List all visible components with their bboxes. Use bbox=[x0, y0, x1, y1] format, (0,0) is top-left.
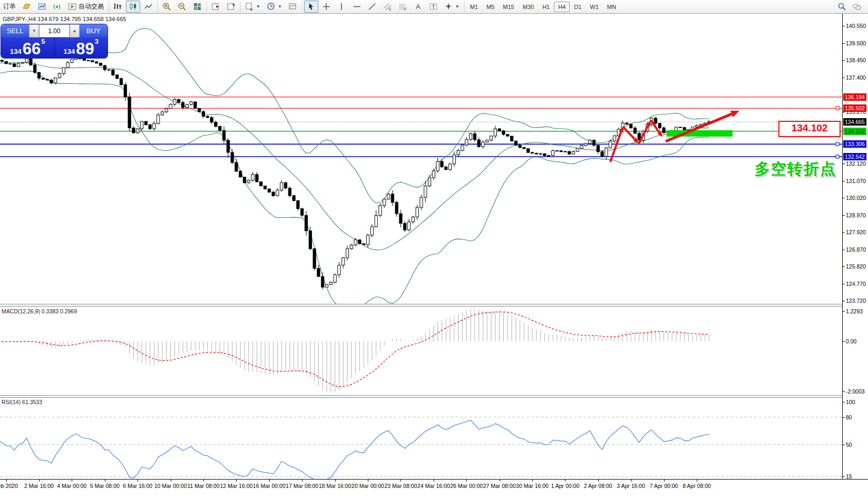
price-tick bbox=[843, 164, 845, 164]
timeframe-m1[interactable]: M1 bbox=[466, 2, 482, 12]
price-tick-label: 137.400 bbox=[846, 74, 866, 81]
macd-panel-separator[interactable] bbox=[0, 304, 842, 307]
price-axis[interactable]: 140.550139.500138.450137.400135.270132.1… bbox=[842, 14, 868, 479]
channel-button[interactable]: E bbox=[381, 1, 395, 13]
toolbar-separator bbox=[240, 2, 241, 12]
buy-button[interactable]: BUY bbox=[80, 24, 108, 37]
timeframe-m30[interactable]: M30 bbox=[519, 2, 538, 12]
time-tick bbox=[203, 480, 204, 482]
time-tick bbox=[72, 480, 72, 482]
time-tick-label: 3 Apr 16:00 bbox=[617, 483, 645, 489]
text-button[interactable]: A bbox=[411, 1, 425, 13]
timeframe-h4[interactable]: H4 bbox=[554, 2, 570, 12]
chart-properties-button[interactable] bbox=[286, 1, 300, 13]
trendline-button[interactable] bbox=[365, 1, 379, 13]
chart-canvas[interactable] bbox=[0, 14, 868, 498]
price-tick-label: 138.450 bbox=[846, 57, 866, 63]
time-tick-label: 8 Apr 08:00 bbox=[682, 483, 711, 489]
line-chart-type-button[interactable] bbox=[141, 1, 155, 13]
time-tick bbox=[105, 480, 105, 482]
cursor-icon bbox=[307, 2, 316, 11]
crosshair-button[interactable] bbox=[319, 1, 334, 13]
toolbar-separator bbox=[108, 2, 109, 12]
zoom-out-button[interactable] bbox=[175, 1, 189, 13]
price-badge: 134.102 bbox=[843, 128, 866, 135]
labelT-icon: T bbox=[429, 2, 438, 11]
new-chart-button[interactable]: ▼ bbox=[242, 1, 263, 13]
gold-chart-icon[interactable] bbox=[19, 1, 34, 13]
time-tick bbox=[368, 480, 368, 482]
rsi-panel-separator[interactable] bbox=[0, 395, 842, 398]
timeframe-w1[interactable]: W1 bbox=[586, 2, 603, 12]
cloud-icon bbox=[37, 2, 46, 11]
timeframe-d1[interactable]: D1 bbox=[570, 2, 586, 12]
chart-window[interactable]: GBPJPY-,H4 134.679 134.795 134.658 134.6… bbox=[0, 14, 868, 498]
timeframe-m15[interactable]: M15 bbox=[499, 2, 518, 12]
turning-point-annotation[interactable]: 多空转折点 bbox=[755, 159, 836, 180]
svg-text:F: F bbox=[404, 7, 406, 11]
time-tick bbox=[335, 480, 336, 482]
time-tick bbox=[6, 480, 7, 482]
price-badge: 132.542 bbox=[843, 153, 866, 160]
toolbar-separator bbox=[301, 2, 303, 12]
volume-input[interactable] bbox=[39, 24, 70, 37]
time-tick bbox=[664, 480, 665, 482]
channel-icon: E bbox=[383, 2, 392, 11]
price-tick-label: 132.120 bbox=[846, 160, 866, 167]
macd-label: MACD(12,26,9) 0.3383 0.2969 bbox=[2, 308, 77, 314]
arrows-icon bbox=[444, 2, 453, 11]
time-tick-label: 11 Mar 08:00 bbox=[187, 483, 219, 489]
time-tick-label: 2 Apr 08:00 bbox=[584, 483, 612, 489]
price-badge: 134.665 bbox=[843, 118, 866, 126]
price-tick-label: 124.770 bbox=[846, 281, 866, 287]
tile-windows-button[interactable] bbox=[190, 1, 204, 13]
arrows-button[interactable]: ▼ bbox=[442, 1, 462, 13]
chart-autoscroll-button[interactable] bbox=[224, 1, 238, 13]
zoom-in-button[interactable] bbox=[160, 1, 174, 13]
time-tick-label: 2 Mar 16:00 bbox=[24, 483, 54, 489]
time-tick bbox=[138, 480, 138, 482]
autotrade-button[interactable]: 自动交易 bbox=[65, 1, 106, 13]
key-level-price-label[interactable]: 134.102 bbox=[778, 121, 841, 137]
time-tick-label: 4 Mar 00:00 bbox=[57, 483, 86, 489]
sell-price[interactable]: 134 66 5 bbox=[1, 37, 55, 58]
timeframe-m5[interactable]: M5 bbox=[482, 2, 499, 12]
search-icon[interactable] bbox=[835, 1, 849, 13]
period-button[interactable]: ▼ bbox=[264, 1, 285, 13]
time-tick bbox=[631, 480, 631, 482]
bar-chart-type-button[interactable] bbox=[111, 1, 125, 13]
horizontal-line-button[interactable] bbox=[350, 1, 364, 13]
sell-button[interactable]: SELL bbox=[1, 24, 29, 37]
fibonacci-button[interactable]: F bbox=[396, 1, 410, 13]
time-tick-label: 18 Mar 16:00 bbox=[319, 483, 352, 489]
autotrade-button-label: 自动交易 bbox=[79, 2, 104, 11]
volume-decrease-button[interactable]: ▼ bbox=[29, 24, 39, 37]
tiles-icon bbox=[193, 2, 202, 11]
chat-icon[interactable] bbox=[850, 1, 864, 13]
chart-shift-button[interactable] bbox=[209, 1, 223, 13]
text-label-button[interactable]: T bbox=[426, 1, 441, 13]
vertical-line-button[interactable] bbox=[335, 1, 349, 13]
props-icon bbox=[288, 2, 297, 11]
price-tick-label: 128.970 bbox=[846, 212, 866, 218]
toolbar: 订单自动交易▼▼EFAT▼M1M5M15M30H1H4D1W1MN bbox=[0, 0, 868, 14]
timeframe-h1[interactable]: H1 bbox=[538, 2, 554, 12]
time-tick bbox=[302, 480, 303, 482]
time-tick-label: 30 Mar 16:00 bbox=[516, 483, 549, 489]
buy-price[interactable]: 134 89 3 bbox=[55, 37, 108, 58]
signal-icon[interactable] bbox=[50, 1, 64, 13]
cursor-button[interactable] bbox=[304, 1, 318, 13]
time-axis[interactable]: Feb 20202 Mar 16:004 Mar 00:005 Mar 08:0… bbox=[0, 479, 868, 498]
candlestick-type-button[interactable] bbox=[126, 1, 140, 13]
time-tick-label: 27 Mar 08:00 bbox=[483, 483, 516, 489]
rsi-axis-label: 80 bbox=[846, 414, 852, 420]
depth-of-market-icon[interactable] bbox=[35, 1, 49, 13]
time-tick bbox=[236, 480, 237, 482]
time-tick-label: 5 Mar 08:00 bbox=[90, 483, 120, 489]
toolbar-separator bbox=[157, 2, 158, 12]
linechart-icon bbox=[144, 2, 153, 11]
vline-icon bbox=[337, 2, 346, 11]
new-order-button[interactable]: 订单 bbox=[1, 1, 18, 13]
timeframe-mn[interactable]: MN bbox=[603, 2, 620, 12]
volume-increase-button[interactable]: ▲ bbox=[70, 24, 80, 37]
